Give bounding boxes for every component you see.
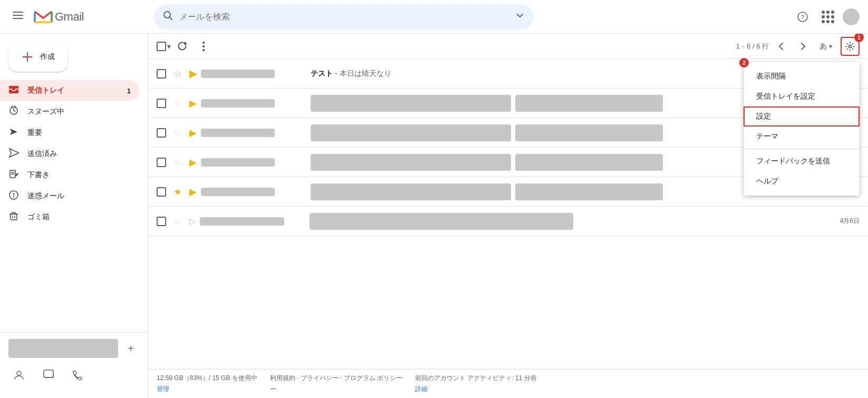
sender-placeholder — [201, 129, 275, 137]
select-all-checkbox-area[interactable]: ▾ — [157, 42, 171, 51]
prev-page-button[interactable] — [773, 38, 790, 55]
email-preview-block — [310, 213, 573, 230]
svg-rect-24 — [11, 214, 17, 220]
dropdown-item-settings[interactable]: 設定 2 — [744, 106, 860, 127]
email-preview-block-2 — [515, 183, 663, 200]
sidebar-item-sent[interactable]: 送信済み — [0, 143, 139, 164]
email-preview-block-2 — [515, 124, 663, 141]
sidebar-wrapper: 作成 受信トレイ 1 — [0, 38, 148, 394]
svg-point-32 — [202, 45, 205, 47]
sidebar-bottom: + — [0, 332, 148, 394]
dropdown-item-help[interactable]: ヘルプ — [744, 171, 860, 191]
email-body-preview — [311, 154, 813, 171]
star-button[interactable]: ☆ — [170, 66, 185, 81]
sidebar-item-inbox[interactable]: 受信トレイ 1 — [0, 80, 139, 101]
email-preview-block — [311, 154, 511, 171]
contacts-icon-button[interactable] — [8, 364, 30, 385]
dropdown-item-theme[interactable]: テーマ — [744, 127, 860, 147]
sidebar-item-drafts[interactable]: 下書き — [0, 164, 139, 186]
svg-line-8 — [170, 17, 172, 20]
apps-button[interactable] — [817, 6, 838, 27]
avatar[interactable] — [843, 8, 860, 25]
search-input[interactable] — [179, 12, 508, 22]
drafts-label: 下書き — [27, 170, 131, 180]
next-page-button[interactable] — [794, 38, 811, 55]
email-preview-block — [311, 183, 511, 200]
svg-marker-18 — [9, 149, 19, 157]
star-button[interactable]: ☆ — [170, 125, 185, 140]
more-options-button[interactable] — [194, 37, 213, 56]
sent-label: 送信済み — [27, 149, 131, 159]
email-body-preview — [311, 124, 813, 141]
add-label-button[interactable]: + — [122, 340, 139, 357]
main-layout: 作成 受信トレイ 1 — [0, 34, 868, 398]
email-checkbox[interactable] — [157, 187, 166, 197]
email-checkbox[interactable] — [157, 69, 166, 79]
email-body-preview — [310, 213, 813, 230]
email-preview-block — [311, 95, 511, 112]
manage-label[interactable]: 管理 — [157, 385, 257, 394]
sent-icon — [8, 148, 19, 161]
sender-name — [201, 188, 306, 196]
sender-placeholder — [201, 188, 275, 196]
settings-button[interactable]: 1 — [841, 37, 860, 56]
sender-placeholder — [201, 70, 275, 78]
refresh-button[interactable] — [173, 37, 192, 56]
sidebar-footer-icons — [0, 360, 148, 390]
sidebar-item-spam[interactable]: ! 迷惑メール — [0, 186, 139, 207]
language-button[interactable]: あ ▾ — [815, 40, 836, 53]
table-row[interactable]: ☆ ▷ 4月6日 — [148, 207, 868, 236]
sidebar-item-important[interactable]: 重要 — [0, 122, 139, 143]
email-checkbox[interactable] — [157, 158, 166, 167]
compose-button[interactable]: 作成 — [8, 42, 67, 72]
toolbar: ▾ 1－6 / 6 行 — [148, 34, 868, 59]
trash-icon — [8, 211, 19, 224]
dropdown-item-display-density[interactable]: 表示間隔 — [744, 66, 860, 86]
svg-text:!: ! — [13, 192, 15, 199]
search-dropdown-arrow-icon[interactable] — [515, 10, 525, 23]
star-button[interactable]: ☆ — [170, 155, 185, 170]
sidebar-item-trash[interactable]: ゴミ箱 — [0, 207, 139, 228]
preview-text: 本日は晴天なり — [340, 69, 391, 77]
team-placeholder — [8, 339, 118, 358]
gmail-logo-text: Gmail — [55, 10, 84, 24]
dropdown-item-configure-inbox[interactable]: 受信トレイを設定 — [744, 86, 860, 106]
lang-label: あ — [819, 42, 827, 51]
svg-rect-0 — [13, 12, 23, 13]
email-checkbox[interactable] — [157, 128, 166, 138]
dropdown-item-feedback[interactable]: フィードバックを送信 — [744, 151, 860, 171]
forward-arrow-icon: ▶ — [189, 68, 197, 80]
dropdown-badge-2: 2 — [739, 58, 749, 67]
star-button[interactable]: ★ — [170, 185, 185, 199]
hamburger-menu-icon[interactable] — [8, 6, 27, 27]
header-right: ? — [792, 6, 860, 27]
legal-links[interactable]: 利用規約 · プライバシー · プログラム ポリシー — [270, 374, 402, 383]
sender-placeholder — [200, 217, 284, 226]
phone-icon-button[interactable] — [67, 364, 89, 385]
details-label[interactable]: 詳細 — [415, 385, 537, 394]
search-icon — [162, 10, 173, 23]
sidebar: 作成 受信トレイ 1 — [0, 34, 148, 398]
star-button[interactable]: ☆ — [170, 214, 185, 229]
legal-sep: ー — [270, 385, 402, 394]
sidebar-item-snoozed[interactable]: スヌーズ中 — [0, 101, 139, 122]
select-all-dropdown-arrow[interactable]: ▾ — [167, 42, 171, 51]
email-checkbox[interactable] — [157, 99, 166, 108]
storage-info: 12.59 GB（83%）/ 15 GB を使用中 — [157, 374, 257, 383]
chat-icon-button[interactable] — [38, 364, 59, 385]
email-body-preview — [311, 183, 813, 200]
dropdown-divider — [744, 149, 860, 149]
star-button[interactable]: ☆ — [170, 96, 185, 111]
compose-label: 作成 — [40, 52, 55, 62]
svg-point-34 — [849, 45, 852, 47]
svg-text:?: ? — [801, 14, 805, 21]
select-all-checkbox[interactable] — [157, 42, 166, 51]
svg-rect-30 — [44, 370, 53, 377]
important-label: 重要 — [27, 128, 131, 138]
search-bar[interactable] — [154, 4, 534, 30]
spam-icon: ! — [8, 190, 19, 203]
help-button[interactable]: ? — [792, 6, 813, 27]
important-icon — [8, 127, 19, 140]
forward-arrow-icon: ▶ — [189, 98, 197, 109]
email-checkbox[interactable] — [157, 217, 166, 226]
